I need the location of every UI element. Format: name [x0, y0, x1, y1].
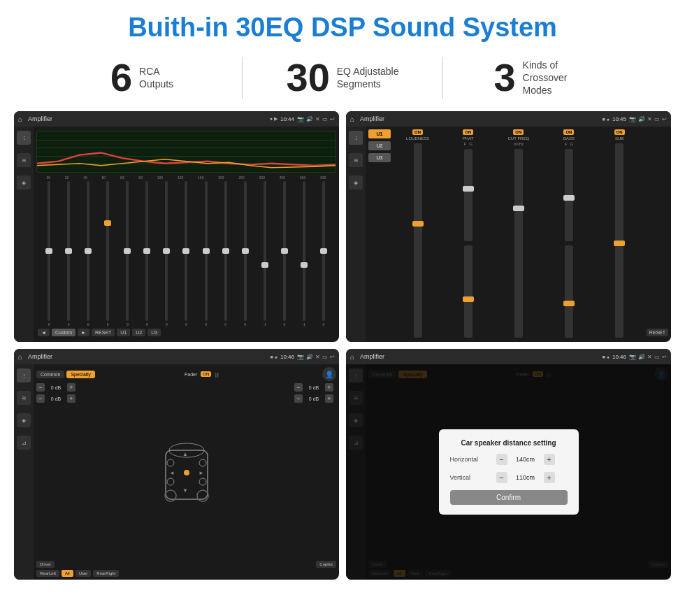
amp2-tuner-icon[interactable]: ⫶ — [349, 131, 363, 145]
eq-tuner-icon[interactable]: ⫶ — [17, 131, 31, 145]
db-minus-3[interactable]: − — [294, 383, 303, 392]
bass-fg: FG — [565, 142, 573, 146]
db-plus-3[interactable]: + — [325, 383, 333, 392]
amp2-cutfreq: ON CUT FREQ 100Hz — [494, 129, 542, 339]
slider-5[interactable] — [145, 181, 148, 321]
cutfreq-on: ON — [513, 129, 524, 135]
bass-label: BASS — [563, 136, 575, 141]
svg-text:◄: ◄ — [169, 470, 175, 476]
home-icon-3[interactable]: ⌂ — [18, 353, 22, 361]
phat-slider[interactable] — [464, 149, 473, 241]
eq-u2-btn[interactable]: U2 — [132, 329, 145, 336]
preset-u2[interactable]: U2 — [368, 141, 391, 150]
slider-4[interactable] — [126, 181, 129, 321]
home-icon-4[interactable]: ⌂ — [350, 353, 354, 361]
stats-row: 6 RCAOutputs 30 EQ AdjustableSegments 3 … — [0, 50, 685, 108]
slider-7[interactable] — [185, 181, 187, 321]
amp3-side-icons: ⫶ ≋ ◈ ⊿ — [14, 364, 34, 580]
sub-label: SUB — [615, 136, 623, 141]
slider-13[interactable] — [303, 181, 305, 321]
amp3-tuner-icon[interactable]: ⫶ — [17, 368, 31, 382]
amp2-wave-icon[interactable]: ≋ — [349, 153, 363, 167]
home-icon[interactable]: ⌂ — [18, 115, 22, 123]
slider-8[interactable] — [205, 181, 208, 321]
preset-u1[interactable]: U1 — [368, 129, 391, 138]
bass-slider[interactable] — [565, 149, 573, 241]
confirm-button[interactable]: Confirm — [450, 490, 568, 505]
eq-curve-svg — [37, 131, 336, 173]
eq-custom-btn[interactable]: Custom — [52, 329, 75, 336]
eq-reset-btn[interactable]: RESET — [92, 329, 115, 336]
user-btn[interactable]: User — [75, 570, 92, 577]
amp2-reset-btn[interactable]: RESET — [647, 329, 668, 336]
eq-next-btn[interactable]: ► — [78, 329, 89, 336]
phat-on: ON — [463, 129, 473, 135]
slider-10[interactable] — [244, 181, 247, 321]
slider-1[interactable] — [67, 181, 70, 321]
amp3-bottom-btns-2: RearLeft All User RearRight — [36, 570, 336, 577]
cutfreq-slider[interactable] — [514, 149, 523, 338]
all-btn[interactable]: All — [62, 570, 73, 577]
db-plus-4[interactable]: + — [325, 394, 333, 403]
slider-14[interactable] — [322, 181, 325, 321]
amp3-speaker-icon[interactable]: ◈ — [17, 413, 31, 427]
horizontal-plus[interactable]: + — [544, 454, 555, 465]
phat-fg: FG — [464, 142, 473, 146]
camera-icon-2: 📷 — [629, 116, 636, 122]
bass-slider2[interactable] — [565, 245, 573, 338]
db-minus-1[interactable]: − — [36, 383, 45, 392]
amp2-speaker-icon[interactable]: ◈ — [349, 176, 363, 189]
eq-u1-btn[interactable]: U1 — [117, 329, 130, 336]
amp3-volume-icon[interactable]: ⊿ — [17, 436, 31, 450]
stat-eq: 30 EQ AdjustableSegments — [243, 58, 442, 97]
rearright-btn[interactable]: RearRight — [93, 570, 119, 577]
eq-wave-icon[interactable]: ≋ — [17, 153, 31, 167]
back-icon-3: ↩ — [330, 354, 335, 360]
db-plus-2[interactable]: + — [67, 394, 75, 403]
home-icon-2[interactable]: ⌂ — [350, 115, 354, 123]
db-value-2: 0 dB — [46, 396, 66, 401]
common-tab[interactable]: Common — [36, 371, 64, 378]
topbar-amp4-time: 10:46 — [612, 354, 626, 360]
copilot-btn[interactable]: Copilot — [316, 561, 336, 568]
topbar-eq: ⌂ Amplifier ● ▶ 10:44 📷 🔊 ✕ ▭ ↩ — [14, 111, 339, 127]
slider-9[interactable] — [224, 181, 227, 321]
topbar-eq-title: Amplifier — [28, 115, 267, 122]
stat-crossover: 3 Kinds ofCrossover Modes — [443, 58, 643, 97]
dot-icons-3: ■ ● — [271, 354, 277, 359]
db-plus-1[interactable]: + — [67, 383, 75, 392]
eq-prev-btn[interactable]: ◄ — [38, 329, 50, 336]
svg-text:▲: ▲ — [182, 451, 188, 457]
eq-u3-btn[interactable]: U3 — [147, 329, 161, 336]
volume-icon-2: 🔊 — [638, 116, 645, 122]
eq-bottom-controls: ◄ Custom ► RESET U1 U2 U3 — [36, 327, 336, 338]
distance-dialog: Car speaker distance setting Horizontal … — [439, 429, 579, 515]
horizontal-minus[interactable]: − — [496, 454, 507, 465]
slider-2[interactable] — [87, 181, 89, 321]
db-control-4: − 0 dB + — [294, 394, 336, 403]
db-minus-4[interactable]: − — [294, 394, 303, 403]
amp3-wave-icon[interactable]: ≋ — [17, 391, 31, 405]
driver-btn[interactable]: Driver — [36, 561, 55, 568]
vertical-plus[interactable]: + — [544, 472, 555, 483]
rearleft-btn[interactable]: RearLeft — [36, 570, 59, 577]
amp3-user-icon[interactable]: 👤 — [322, 367, 336, 381]
svg-point-8 — [184, 470, 189, 475]
slider-0[interactable] — [48, 181, 50, 321]
slider-12[interactable] — [283, 181, 286, 321]
loudness-slider[interactable] — [414, 143, 422, 338]
phat-slider2[interactable] — [464, 245, 473, 338]
preset-u3[interactable]: U3 — [368, 153, 391, 162]
fader-bars: ||| — [215, 372, 218, 377]
svg-point-7 — [199, 478, 206, 485]
slider-3[interactable] — [106, 181, 109, 321]
db-minus-2[interactable]: − — [36, 394, 45, 403]
topbar-amp4: ⌂ Amplifier ■ ● 10:46 📷 🔊 ✕ ▭ ↩ — [346, 349, 671, 364]
stat-rca: 6 RCAOutputs — [42, 58, 242, 97]
slider-11[interactable] — [264, 181, 266, 321]
specialty-tab[interactable]: Specialty — [66, 371, 94, 378]
sub-slider[interactable] — [615, 143, 623, 338]
eq-speaker-icon[interactable]: ◈ — [17, 176, 31, 189]
slider-6[interactable] — [165, 181, 168, 321]
vertical-minus[interactable]: − — [496, 472, 507, 483]
